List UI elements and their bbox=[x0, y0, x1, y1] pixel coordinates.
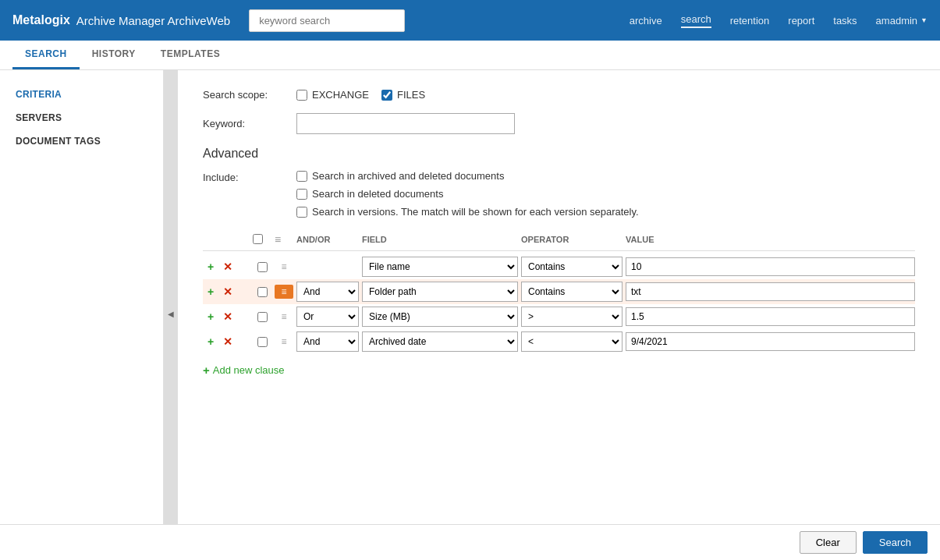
clause-3-operator-select[interactable]: > < >= <= = bbox=[521, 307, 623, 327]
clause-1-remove-btn[interactable]: ✕ bbox=[220, 259, 236, 275]
clause-1-checkbox[interactable] bbox=[257, 262, 268, 272]
clause-2-drag[interactable]: ≡ bbox=[275, 285, 293, 299]
clause-2-value bbox=[626, 282, 915, 301]
files-label: FILES bbox=[397, 89, 425, 101]
sidebar-item-document-tags[interactable]: DOCUMENT TAGS bbox=[0, 129, 163, 153]
tab-history[interactable]: HISTORY bbox=[80, 41, 148, 69]
add-clause-button[interactable]: + Add new clause bbox=[203, 360, 285, 380]
clause-3-cb bbox=[253, 312, 271, 322]
tab-search[interactable]: SEARCH bbox=[12, 41, 80, 69]
search-button[interactable]: Search bbox=[863, 531, 928, 554]
clause-3-remove-btn[interactable]: ✕ bbox=[220, 309, 236, 324]
clause-2-value-input[interactable] bbox=[626, 282, 915, 301]
clause-2-andor-select[interactable]: And Or bbox=[296, 282, 359, 302]
clause-2-andor: And Or bbox=[296, 282, 359, 302]
clause-1-drag[interactable]: ≡ bbox=[275, 261, 293, 272]
clause-1-field-select[interactable]: File name Folder path Size (MB) Archived… bbox=[362, 257, 518, 277]
include-versions-label: Search in versions. The match will be sh… bbox=[312, 206, 639, 218]
exchange-checkbox[interactable] bbox=[296, 90, 307, 101]
keyword-input[interactable] bbox=[296, 113, 515, 134]
col-drag-header: ≡ bbox=[275, 233, 293, 246]
nav-retention[interactable]: retention bbox=[730, 15, 770, 27]
clause-4-drag[interactable]: ≡ bbox=[275, 336, 293, 347]
footer: Clear Search bbox=[0, 524, 940, 557]
clause-row-3: + ✕ ≡ And Or File name bbox=[203, 304, 915, 329]
files-checkbox[interactable] bbox=[381, 90, 392, 101]
clause-1-value-input[interactable] bbox=[626, 257, 915, 276]
sidebar-toggle[interactable]: ◀ bbox=[164, 70, 178, 557]
clause-2-operator-select[interactable]: Contains Does not contain bbox=[521, 282, 623, 302]
clause-4-actions: + ✕ bbox=[203, 334, 250, 349]
clause-4-operator-select[interactable]: > < >= <= = bbox=[521, 331, 623, 352]
include-versions[interactable]: Search in versions. The match will be sh… bbox=[296, 206, 639, 218]
clause-3-value-input[interactable] bbox=[626, 307, 915, 326]
nav-report[interactable]: report bbox=[788, 15, 814, 27]
clause-1-operator-select[interactable]: Contains Does not contain Equals bbox=[521, 257, 623, 277]
select-all-cb[interactable] bbox=[253, 234, 263, 244]
clause-4-value-input[interactable] bbox=[626, 332, 915, 351]
drag-handle-icon-3: ≡ bbox=[281, 311, 286, 322]
include-deleted-label: Search in deleted documents bbox=[312, 188, 443, 200]
keyword-search-input[interactable] bbox=[249, 9, 405, 32]
clause-3-field-select[interactable]: File name Folder path Size (MB) Archived… bbox=[362, 307, 518, 327]
sidebar: CRITERIA SERVERS DOCUMENT TAGS bbox=[0, 70, 164, 557]
include-archived-deleted-cb[interactable] bbox=[296, 171, 307, 182]
header-search-container bbox=[249, 9, 405, 32]
nav-amadmin[interactable]: amadmin bbox=[876, 15, 928, 27]
clauses-area: ≡ AND/OR FIELD OPERATOR VALUE + ✕ ≡ bbox=[203, 230, 915, 380]
nav-tasks[interactable]: tasks bbox=[833, 15, 857, 27]
include-deleted[interactable]: Search in deleted documents bbox=[296, 188, 639, 200]
clause-2-add-btn[interactable]: + bbox=[203, 284, 218, 299]
clause-4-remove-btn[interactable]: ✕ bbox=[220, 334, 236, 349]
add-clause-label: Add new clause bbox=[213, 364, 285, 376]
clause-4-checkbox[interactable] bbox=[257, 337, 268, 347]
drag-handle-icon-4: ≡ bbox=[281, 336, 286, 347]
drag-handle-icon-2: ≡ bbox=[281, 286, 286, 297]
main-layout: CRITERIA SERVERS DOCUMENT TAGS ◀ Search … bbox=[0, 70, 940, 557]
clauses-header: ≡ AND/OR FIELD OPERATOR VALUE bbox=[203, 230, 915, 251]
keyword-label: Keyword: bbox=[203, 118, 296, 129]
clause-2-checkbox[interactable] bbox=[257, 287, 268, 297]
nav-search[interactable]: search bbox=[681, 13, 711, 28]
col-field-header: FIELD bbox=[362, 235, 518, 244]
tabs-bar: SEARCH HISTORY TEMPLATES bbox=[0, 41, 940, 70]
clear-button[interactable]: Clear bbox=[800, 531, 857, 554]
clause-3-andor-select[interactable]: And Or bbox=[296, 307, 359, 327]
nav-archive[interactable]: archive bbox=[630, 15, 662, 27]
tab-templates[interactable]: TEMPLATES bbox=[148, 41, 232, 69]
drag-handle-icon: ≡ bbox=[281, 261, 286, 272]
header-nav: archive search retention report tasks am… bbox=[630, 13, 928, 28]
clause-3-checkbox[interactable] bbox=[257, 312, 268, 322]
exchange-checkbox-label[interactable]: EXCHANGE bbox=[296, 89, 369, 101]
sidebar-item-servers[interactable]: SERVERS bbox=[0, 106, 163, 129]
clause-4-add-btn[interactable]: + bbox=[203, 334, 218, 349]
search-scope-label: Search scope: bbox=[203, 89, 296, 101]
clause-1-actions: + ✕ bbox=[203, 259, 250, 275]
clause-1-field: File name Folder path Size (MB) Archived… bbox=[362, 257, 518, 277]
clause-3-operator: > < >= <= = bbox=[521, 307, 623, 327]
drag-icon: ≡ bbox=[275, 233, 281, 246]
include-archived-deleted[interactable]: Search in archived and deleted documents bbox=[296, 170, 639, 182]
include-versions-cb[interactable] bbox=[296, 207, 307, 218]
search-scope-row: Search scope: EXCHANGE FILES bbox=[203, 89, 915, 101]
include-deleted-cb[interactable] bbox=[296, 189, 307, 200]
clause-4-field-select[interactable]: File name Folder path Size (MB) Archived… bbox=[362, 331, 518, 352]
clause-2-operator: Contains Does not contain bbox=[521, 282, 623, 302]
brand: Metalogix Archive Manager ArchiveWeb bbox=[12, 13, 230, 27]
clause-1-add-btn[interactable]: + bbox=[203, 259, 218, 275]
clause-3-add-btn[interactable]: + bbox=[203, 309, 218, 324]
keyword-row: Keyword: bbox=[203, 113, 915, 134]
files-checkbox-label[interactable]: FILES bbox=[381, 89, 425, 101]
clause-2-actions: + ✕ bbox=[203, 284, 250, 299]
clause-4-field: File name Folder path Size (MB) Archived… bbox=[362, 331, 518, 352]
brand-rest: Archive Manager ArchiveWeb bbox=[76, 14, 230, 27]
clause-2-remove-btn[interactable]: ✕ bbox=[220, 284, 236, 299]
clause-4-andor-select[interactable]: And Or bbox=[296, 331, 359, 352]
clause-3-drag[interactable]: ≡ bbox=[275, 311, 293, 322]
content-area: Search scope: EXCHANGE FILES Keyword: Ad… bbox=[178, 70, 940, 557]
include-archived-deleted-label: Search in archived and deleted documents bbox=[312, 170, 504, 182]
sidebar-item-criteria[interactable]: CRITERIA bbox=[0, 83, 163, 106]
clause-2-field-select[interactable]: File name Folder path Size (MB) Archived… bbox=[362, 282, 518, 302]
clause-1-value bbox=[626, 257, 915, 276]
clause-2-cb bbox=[253, 287, 271, 297]
